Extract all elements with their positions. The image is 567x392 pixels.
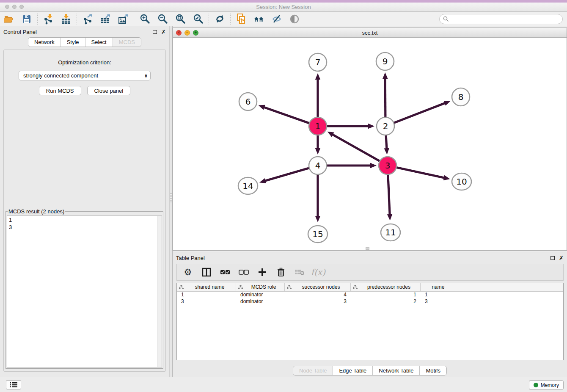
import-table-button[interactable] — [61, 14, 72, 25]
network-window-titlebar[interactable]: ✕ − + scc.txt — [173, 28, 567, 38]
select-all-columns-button[interactable] — [220, 267, 230, 277]
zoom-selected-button[interactable] — [193, 14, 204, 25]
edge-2-8[interactable] — [393, 103, 446, 123]
zoom-out-button[interactable] — [157, 14, 168, 25]
column-header-predecessor-nodes[interactable]: predecessor nodes — [351, 283, 421, 291]
gear-icon: ⚙ — [184, 267, 192, 277]
canvas-scroll-grip[interactable] — [366, 247, 369, 250]
result-scrollbar[interactable] — [157, 216, 162, 367]
tab-motifs[interactable]: Motifs — [420, 366, 446, 375]
export-network-button[interactable] — [82, 14, 93, 25]
new-network-from-selection-button[interactable] — [236, 14, 247, 25]
tab-style[interactable]: Style — [61, 38, 85, 47]
apply-layout-button[interactable] — [214, 14, 225, 25]
node-table[interactable]: shared nameMCDS rolesuccessor nodesprede… — [176, 283, 564, 360]
toolbar-separator — [37, 14, 38, 25]
float-table-panel-icon[interactable] — [550, 256, 555, 260]
search-input[interactable] — [449, 16, 562, 22]
table-cell[interactable]: dominator — [236, 298, 285, 305]
table-settings-button[interactable]: ⚙ — [183, 267, 193, 277]
zoom-fit-icon — [175, 14, 186, 24]
deselect-all-columns-button[interactable] — [239, 267, 249, 277]
export-image-button[interactable] — [118, 14, 129, 25]
table-cell[interactable]: 1 — [421, 292, 456, 298]
column-sort-icon[interactable] — [179, 285, 184, 289]
column-sort-icon[interactable] — [287, 285, 292, 289]
edge-arrow-icon — [387, 214, 392, 221]
table-cell[interactable]: 4 — [285, 292, 351, 298]
close-table-panel-icon[interactable]: ✗ — [559, 255, 564, 261]
optimization-criterion-label: Optimization criterion: — [4, 59, 165, 66]
edge-4-14[interactable] — [264, 168, 310, 181]
node-label: 15 — [312, 229, 323, 239]
table-cell[interactable]: 1 — [351, 292, 421, 298]
table-cell[interactable]: dominator — [236, 292, 285, 298]
table-cell[interactable]: 3 — [285, 298, 351, 305]
delete-table-button[interactable] — [295, 267, 305, 277]
task-history-button[interactable] — [6, 380, 21, 389]
table-cell[interactable]: 1 — [177, 292, 236, 298]
table-panel-title: Table Panel — [176, 255, 550, 261]
plus-icon — [258, 268, 267, 276]
tab-mcds[interactable]: MCDS — [113, 38, 141, 47]
float-panel-icon[interactable] — [153, 30, 157, 34]
close-panel-icon[interactable]: ✗ — [161, 29, 166, 35]
zoom-fit-button[interactable] — [175, 14, 186, 25]
network-graph[interactable]: 7968124314101511 — [173, 38, 567, 250]
column-sort-icon[interactable] — [353, 285, 358, 289]
column-sort-icon[interactable] — [238, 285, 243, 289]
tab-node-table[interactable]: Node Table — [293, 366, 333, 375]
tab-network[interactable]: Network — [28, 38, 61, 47]
tab-select[interactable]: Select — [85, 38, 113, 47]
new-network-from-selection-icon — [236, 13, 247, 25]
close-panel-button[interactable]: Close panel — [87, 86, 131, 95]
table-toolbar: ⚙ — [176, 264, 564, 281]
export-image-icon — [118, 14, 129, 25]
open-session-button[interactable] — [3, 14, 14, 25]
search-field[interactable] — [439, 14, 563, 24]
column-header-shared-name[interactable]: shared name — [177, 283, 236, 291]
table-cell[interactable]: 3 — [177, 298, 236, 305]
function-builder-button[interactable]: f(x) — [313, 267, 323, 277]
edge-3-11[interactable] — [388, 174, 390, 215]
edge-arrow-icon — [315, 148, 320, 155]
zoom-in-button[interactable] — [139, 14, 150, 25]
export-table-button[interactable] — [100, 14, 111, 25]
tab-edge-table[interactable]: Edge Table — [333, 366, 373, 375]
network-canvas[interactable]: 7968124314101511 — [173, 38, 567, 250]
edge-arrow-icon — [259, 105, 265, 110]
table-row[interactable]: 3dominator323 — [177, 298, 563, 305]
column-header-successor-nodes[interactable]: successor nodes — [285, 283, 351, 291]
memory-button[interactable]: Memory — [529, 380, 564, 390]
column-header-mcds-role[interactable]: MCDS role — [236, 283, 285, 291]
column-header-name[interactable]: name — [421, 283, 456, 291]
show-all-button[interactable] — [289, 14, 300, 25]
edge-3-10[interactable] — [396, 167, 445, 178]
edge-2-3[interactable] — [386, 134, 387, 149]
table-cell[interactable]: 2 — [351, 298, 421, 305]
edge-1-6[interactable] — [263, 107, 310, 124]
memory-label: Memory — [541, 382, 559, 388]
delete-column-button[interactable] — [276, 267, 286, 277]
save-session-button[interactable] — [21, 14, 32, 25]
optimization-criterion-select[interactable]: strongly connected component ▲▼ — [19, 71, 151, 80]
add-column-button[interactable] — [257, 267, 267, 277]
window-title: Session: New Session — [0, 4, 567, 10]
table-cell[interactable]: 3 — [421, 298, 456, 305]
splitter-grip-icon[interactable] — [170, 193, 172, 202]
hide-selected-button[interactable] — [271, 14, 282, 25]
mcds-result-list[interactable]: 13 — [7, 215, 162, 367]
edge-3-1[interactable] — [332, 134, 380, 162]
panel-splitter[interactable] — [169, 26, 173, 377]
first-neighbors-button[interactable] — [253, 14, 264, 25]
edge-arrow-icon — [259, 178, 266, 183]
node-label: 8 — [458, 92, 464, 102]
tab-network-table[interactable]: Network Table — [373, 366, 420, 375]
trash-icon — [277, 268, 285, 277]
import-network-button[interactable] — [43, 14, 54, 25]
result-line: 3 — [9, 224, 160, 231]
table-row[interactable]: 1dominator411 — [177, 292, 563, 298]
show-column-button[interactable] — [201, 267, 212, 277]
run-mcds-button[interactable]: Run MCDS — [39, 86, 81, 95]
edge-2-9[interactable] — [385, 77, 385, 118]
